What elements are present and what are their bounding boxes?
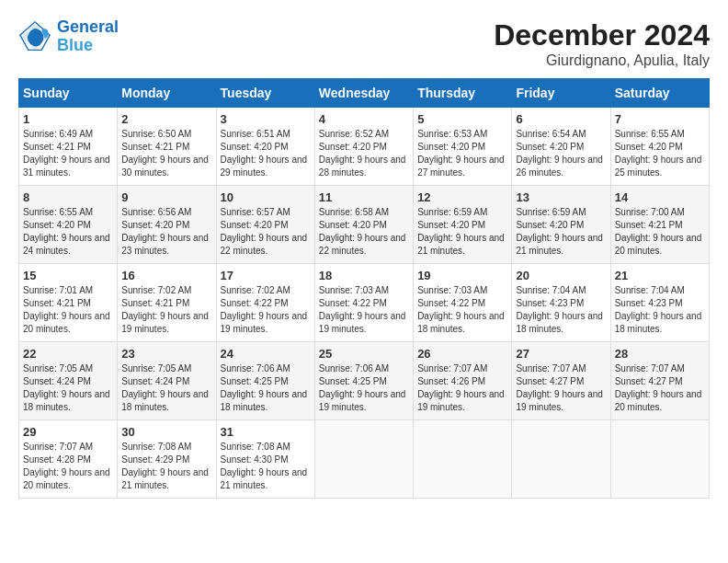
- day-number: 30: [121, 425, 211, 439]
- calendar-cell: 19Sunrise: 7:03 AMSunset: 4:22 PMDayligh…: [414, 264, 512, 342]
- day-number: 27: [516, 347, 606, 361]
- day-info: Sunrise: 6:56 AMSunset: 4:20 PMDaylight:…: [121, 206, 211, 258]
- day-number: 16: [121, 269, 211, 282]
- day-number: 1: [23, 112, 113, 126]
- day-info: Sunrise: 7:07 AMSunset: 4:27 PMDaylight:…: [516, 362, 606, 414]
- day-number: 24: [221, 347, 311, 361]
- day-info: Sunrise: 7:00 AMSunset: 4:21 PMDaylight:…: [615, 206, 705, 258]
- calendar-cell: 13Sunrise: 6:59 AMSunset: 4:20 PMDayligh…: [512, 186, 610, 264]
- calendar-week-2: 8Sunrise: 6:55 AMSunset: 4:20 PMDaylight…: [19, 186, 710, 264]
- calendar-week-3: 15Sunrise: 7:01 AMSunset: 4:21 PMDayligh…: [19, 264, 710, 342]
- calendar-cell: 25Sunrise: 7:06 AMSunset: 4:25 PMDayligh…: [314, 342, 413, 420]
- calendar-cell: 7Sunrise: 6:55 AMSunset: 4:20 PMDaylight…: [610, 108, 709, 186]
- day-number: 21: [615, 269, 705, 282]
- weekday-header-row: SundayMondayTuesdayWednesdayThursdayFrid…: [19, 79, 710, 108]
- day-number: 12: [417, 190, 507, 204]
- calendar-cell: 4Sunrise: 6:52 AMSunset: 4:20 PMDaylight…: [314, 108, 413, 186]
- calendar-cell: 9Sunrise: 6:56 AMSunset: 4:20 PMDaylight…: [118, 186, 216, 264]
- page-header: General Blue December 2024 Giurdignano, …: [18, 18, 710, 69]
- day-number: 4: [319, 112, 409, 126]
- day-info: Sunrise: 7:06 AMSunset: 4:25 PMDaylight:…: [221, 362, 311, 414]
- day-info: Sunrise: 7:07 AMSunset: 4:27 PMDaylight:…: [615, 362, 705, 414]
- calendar-cell: 21Sunrise: 7:04 AMSunset: 4:23 PMDayligh…: [610, 264, 709, 342]
- calendar-cell: 10Sunrise: 6:57 AMSunset: 4:20 PMDayligh…: [216, 186, 314, 264]
- day-info: Sunrise: 7:06 AMSunset: 4:25 PMDaylight:…: [319, 362, 409, 414]
- calendar-cell: 30Sunrise: 7:08 AMSunset: 4:29 PMDayligh…: [118, 420, 216, 499]
- day-info: Sunrise: 7:02 AMSunset: 4:22 PMDaylight:…: [221, 284, 311, 336]
- day-info: Sunrise: 6:58 AMSunset: 4:20 PMDaylight:…: [319, 206, 409, 258]
- day-info: Sunrise: 7:01 AMSunset: 4:21 PMDaylight:…: [23, 284, 113, 336]
- logo-text: General Blue: [57, 18, 119, 55]
- location-title: Giurdignano, Apulia, Italy: [494, 52, 710, 69]
- day-info: Sunrise: 7:05 AMSunset: 4:24 PMDaylight:…: [23, 362, 113, 414]
- day-number: 23: [121, 347, 211, 361]
- logo-line2: Blue: [57, 36, 93, 54]
- calendar-cell: 22Sunrise: 7:05 AMSunset: 4:24 PMDayligh…: [19, 342, 118, 420]
- day-number: 18: [319, 269, 409, 282]
- calendar-cell: [414, 420, 512, 499]
- day-number: 9: [121, 190, 211, 204]
- calendar-cell: 6Sunrise: 6:54 AMSunset: 4:20 PMDaylight…: [512, 108, 610, 186]
- weekday-header-saturday: Saturday: [610, 79, 709, 108]
- day-info: Sunrise: 6:59 AMSunset: 4:20 PMDaylight:…: [516, 206, 606, 258]
- day-info: Sunrise: 7:02 AMSunset: 4:21 PMDaylight:…: [121, 284, 211, 336]
- day-info: Sunrise: 6:50 AMSunset: 4:21 PMDaylight:…: [121, 128, 211, 179]
- day-number: 25: [319, 347, 409, 361]
- logo-icon: [18, 20, 51, 53]
- day-info: Sunrise: 6:57 AMSunset: 4:20 PMDaylight:…: [221, 206, 311, 258]
- day-number: 31: [221, 425, 311, 439]
- calendar-cell: 2Sunrise: 6:50 AMSunset: 4:21 PMDaylight…: [118, 108, 216, 186]
- day-number: 6: [516, 112, 606, 126]
- title-block: December 2024 Giurdignano, Apulia, Italy: [494, 18, 710, 69]
- weekday-header-sunday: Sunday: [19, 79, 118, 108]
- day-info: Sunrise: 6:55 AMSunset: 4:20 PMDaylight:…: [23, 206, 113, 258]
- weekday-header-wednesday: Wednesday: [314, 79, 413, 108]
- calendar-cell: 15Sunrise: 7:01 AMSunset: 4:21 PMDayligh…: [19, 264, 118, 342]
- calendar-cell: 18Sunrise: 7:03 AMSunset: 4:22 PMDayligh…: [314, 264, 413, 342]
- day-info: Sunrise: 6:55 AMSunset: 4:20 PMDaylight:…: [615, 128, 705, 179]
- day-info: Sunrise: 7:05 AMSunset: 4:24 PMDaylight:…: [121, 362, 211, 414]
- calendar-cell: 3Sunrise: 6:51 AMSunset: 4:20 PMDaylight…: [216, 108, 314, 186]
- calendar-cell: 8Sunrise: 6:55 AMSunset: 4:20 PMDaylight…: [19, 186, 118, 264]
- calendar-cell: 28Sunrise: 7:07 AMSunset: 4:27 PMDayligh…: [610, 342, 709, 420]
- calendar-cell: 16Sunrise: 7:02 AMSunset: 4:21 PMDayligh…: [118, 264, 216, 342]
- day-number: 11: [319, 190, 409, 204]
- day-number: 20: [516, 269, 606, 282]
- day-number: 3: [221, 112, 311, 126]
- day-info: Sunrise: 7:03 AMSunset: 4:22 PMDaylight:…: [417, 284, 507, 336]
- calendar-cell: 24Sunrise: 7:06 AMSunset: 4:25 PMDayligh…: [216, 342, 314, 420]
- calendar-cell: 5Sunrise: 6:53 AMSunset: 4:20 PMDaylight…: [414, 108, 512, 186]
- day-info: Sunrise: 7:07 AMSunset: 4:28 PMDaylight:…: [23, 441, 113, 492]
- day-info: Sunrise: 7:03 AMSunset: 4:22 PMDaylight:…: [319, 284, 409, 336]
- calendar-cell: [512, 420, 610, 499]
- weekday-header-tuesday: Tuesday: [216, 79, 314, 108]
- day-info: Sunrise: 7:04 AMSunset: 4:23 PMDaylight:…: [615, 284, 705, 336]
- day-number: 29: [23, 425, 113, 439]
- weekday-header-thursday: Thursday: [414, 79, 512, 108]
- day-number: 22: [23, 347, 113, 361]
- calendar-cell: 17Sunrise: 7:02 AMSunset: 4:22 PMDayligh…: [216, 264, 314, 342]
- day-number: 2: [121, 112, 211, 126]
- day-number: 19: [417, 269, 507, 282]
- day-info: Sunrise: 7:08 AMSunset: 4:30 PMDaylight:…: [221, 441, 311, 492]
- day-number: 5: [417, 112, 507, 126]
- calendar-cell: 1Sunrise: 6:49 AMSunset: 4:21 PMDaylight…: [19, 108, 118, 186]
- day-number: 28: [615, 347, 705, 361]
- day-info: Sunrise: 7:04 AMSunset: 4:23 PMDaylight:…: [516, 284, 606, 336]
- day-info: Sunrise: 7:08 AMSunset: 4:29 PMDaylight:…: [121, 441, 211, 492]
- day-info: Sunrise: 6:59 AMSunset: 4:20 PMDaylight:…: [417, 206, 507, 258]
- calendar-week-5: 29Sunrise: 7:07 AMSunset: 4:28 PMDayligh…: [19, 420, 710, 499]
- day-info: Sunrise: 6:51 AMSunset: 4:20 PMDaylight:…: [221, 128, 311, 179]
- calendar-cell: 26Sunrise: 7:07 AMSunset: 4:26 PMDayligh…: [414, 342, 512, 420]
- calendar-week-1: 1Sunrise: 6:49 AMSunset: 4:21 PMDaylight…: [19, 108, 710, 186]
- calendar-cell: 23Sunrise: 7:05 AMSunset: 4:24 PMDayligh…: [118, 342, 216, 420]
- calendar-week-4: 22Sunrise: 7:05 AMSunset: 4:24 PMDayligh…: [19, 342, 710, 420]
- day-info: Sunrise: 6:53 AMSunset: 4:20 PMDaylight:…: [417, 128, 507, 179]
- day-info: Sunrise: 6:54 AMSunset: 4:20 PMDaylight:…: [516, 128, 606, 179]
- weekday-header-monday: Monday: [118, 79, 216, 108]
- calendar-table: SundayMondayTuesdayWednesdayThursdayFrid…: [18, 78, 710, 499]
- day-number: 15: [23, 269, 113, 282]
- day-number: 8: [23, 190, 113, 204]
- calendar-cell: 11Sunrise: 6:58 AMSunset: 4:20 PMDayligh…: [314, 186, 413, 264]
- logo-line1: General: [57, 17, 119, 36]
